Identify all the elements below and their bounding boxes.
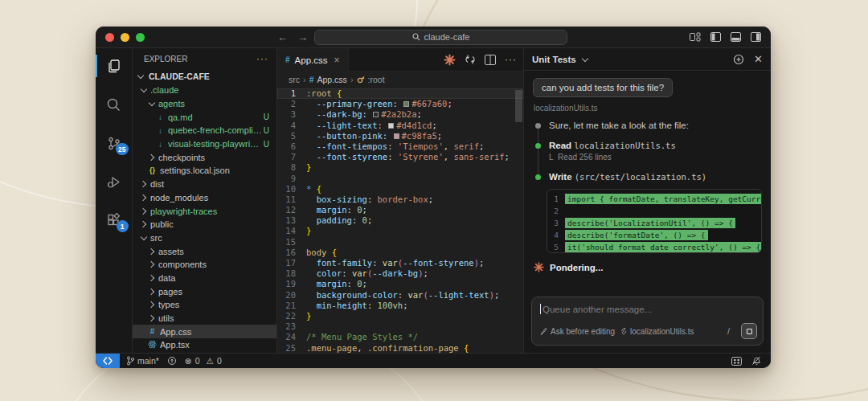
traffic-lights xyxy=(96,33,145,42)
extensions-activity-icon[interactable]: 1 xyxy=(96,207,133,233)
new-chat-icon[interactable] xyxy=(733,54,744,65)
close-panel-icon[interactable]: ✕ xyxy=(754,53,763,65)
color-swatch[interactable] xyxy=(373,112,379,117)
tree-item-app-tsx[interactable]: App.tsx xyxy=(133,338,276,352)
command-center-search[interactable]: claude-cafe xyxy=(314,30,567,45)
stop-button[interactable] xyxy=(741,323,757,339)
code-line-7[interactable]: 7 --font-styrene: 'Styrene', sans-serif; xyxy=(277,152,523,162)
tree-item-pages[interactable]: pages xyxy=(133,284,276,298)
tree-item-src[interactable]: src xyxy=(133,231,276,245)
editor-more-actions[interactable]: ··· xyxy=(505,54,517,65)
tree-item-visual-testing-playwright-[interactable]: ↓visual-testing-playwright...U xyxy=(133,137,276,151)
code-line-16[interactable]: 16body { xyxy=(277,248,523,258)
tree-item-quebec-french-complian-[interactable]: ↓quebec-french-complian...U xyxy=(133,124,276,137)
attached-file-label[interactable]: localizationUtils.ts xyxy=(534,104,762,113)
toggle-secondary-sidebar-icon[interactable] xyxy=(751,32,761,42)
code-line-10[interactable]: 10* { xyxy=(277,184,523,194)
tree-item-components[interactable]: components xyxy=(133,258,276,272)
color-swatch[interactable] xyxy=(394,133,399,139)
code-line-14[interactable]: 14} xyxy=(277,226,523,236)
tree-item-settings-local-json[interactable]: {}settings.local.json xyxy=(133,164,276,178)
open-changes-icon[interactable] xyxy=(465,54,476,65)
root-label: CLAUDE-CAFE xyxy=(149,72,210,81)
explorer-more-actions[interactable]: ··· xyxy=(256,53,268,64)
claude-starburst-icon[interactable] xyxy=(444,54,456,66)
chat-input-box[interactable]: Queue another message... Ask before edit… xyxy=(531,297,764,346)
code-line-12[interactable]: 12 margin: 0; xyxy=(277,205,523,215)
code-line-21[interactable]: 21 min-height: 100vh; xyxy=(277,301,523,311)
tree-item-utils[interactable]: utils xyxy=(133,312,276,325)
breadcrumb-symbol[interactable]: :root xyxy=(368,75,385,84)
write-code-preview[interactable]: 1import { formatDate, translateKey, getC… xyxy=(547,189,762,253)
breadcrumb[interactable]: src › # App.css › :root xyxy=(277,72,523,88)
tab-app-css[interactable]: # App.css × xyxy=(277,48,349,72)
tree-root-claude-cafe[interactable]: CLAUDE-CAFE xyxy=(133,69,276,84)
code-line-17[interactable]: 17 font-family: var(--font-styrene); xyxy=(277,258,523,268)
code-line-5[interactable]: 5 --button-pink: #c98fa5; xyxy=(277,131,523,141)
notifications-muted-icon[interactable] xyxy=(751,356,761,366)
customize-layout-icon[interactable] xyxy=(690,32,701,42)
maximize-window-button[interactable] xyxy=(136,33,145,42)
diff-line-5: 5 it('should format date correctly', () … xyxy=(547,241,761,253)
history-forward-button[interactable]: → xyxy=(297,31,308,43)
split-editor-icon[interactable] xyxy=(485,55,496,65)
toggle-primary-sidebar-icon[interactable] xyxy=(710,32,721,42)
close-window-button[interactable] xyxy=(105,33,114,42)
ports-grid-icon[interactable] xyxy=(731,357,742,366)
code-line-15[interactable]: 15 xyxy=(277,237,523,248)
problems-indicator[interactable]: ⊗ 0 ⚠ 0 xyxy=(185,356,222,366)
tree-item-types[interactable]: types xyxy=(133,298,276,312)
tree-item-agents[interactable]: agents xyxy=(133,97,276,111)
git-branch-indicator[interactable]: main* xyxy=(126,356,159,366)
breadcrumb-file[interactable]: App.css xyxy=(317,75,347,84)
code-line-24[interactable]: 24/* Menu Page Styles */ xyxy=(277,332,523,342)
explorer-activity-icon[interactable] xyxy=(96,53,133,79)
code-line-3[interactable]: 3 --dark-bg: #2a2b2a; xyxy=(277,109,523,120)
code-line-25[interactable]: 25.menu-page, .confirmation-page { xyxy=(277,343,523,354)
tree-item-node-modules[interactable]: node_modules xyxy=(133,191,276,205)
chevron-down-icon[interactable] xyxy=(581,55,589,63)
run-debug-activity-icon[interactable] xyxy=(96,169,133,194)
code-line-8[interactable]: 8} xyxy=(277,162,523,173)
slash-commands-button[interactable]: / xyxy=(727,326,736,336)
tree-item-app-css[interactable]: #App.css xyxy=(133,325,276,338)
toggle-panel-icon[interactable] xyxy=(731,32,741,42)
code-line-13[interactable]: 13 padding: 0; xyxy=(277,215,523,226)
tree-item-assets[interactable]: assets xyxy=(133,244,276,258)
breadcrumb-src[interactable]: src xyxy=(289,75,300,84)
code-line-22[interactable]: 22} xyxy=(277,311,523,321)
minimize-window-button[interactable] xyxy=(121,33,129,42)
code-line-23[interactable]: 23 xyxy=(277,321,523,332)
tab-close-icon[interactable]: × xyxy=(334,55,339,66)
code-line-6[interactable]: 6 --font-tiempos: 'Tiempos', serif; xyxy=(277,141,523,152)
remote-indicator[interactable] xyxy=(96,354,120,368)
color-swatch[interactable] xyxy=(403,101,409,107)
code-line-1[interactable]: 1:root { xyxy=(277,88,523,99)
tree-item-checkpoints[interactable]: checkpoints xyxy=(133,150,276,164)
code-line-4[interactable]: 4 --light-text: #d4d1cd; xyxy=(277,121,523,131)
tool-step-read[interactable]: Read localizationUtils.tsL Read 256 line… xyxy=(535,141,762,162)
code-line-18[interactable]: 18 color: var(--dark-bg); xyxy=(277,268,523,279)
color-swatch[interactable] xyxy=(388,123,394,129)
history-back-button[interactable]: ← xyxy=(277,31,288,43)
source-control-activity-icon[interactable]: 25 xyxy=(96,130,133,156)
tree-item-playwright-traces[interactable]: playwright-traces xyxy=(133,204,276,218)
tree-item--claude[interactable]: .claude xyxy=(133,84,276,97)
code-line-9[interactable]: 9 xyxy=(277,174,523,184)
code-line-11[interactable]: 11 box-sizing: border-box; xyxy=(277,194,523,205)
tool-step-write[interactable]: Write (src/test/localization.ts) xyxy=(535,172,762,182)
edit-mode-selector[interactable]: Ask before editing xyxy=(540,327,615,336)
sync-changes-button[interactable] xyxy=(167,356,177,366)
tree-item-data[interactable]: data xyxy=(133,272,276,285)
tree-item-public[interactable]: public xyxy=(133,218,276,231)
code-area[interactable]: 1:root {2 --primary-green: #667a60;3 --d… xyxy=(277,88,523,353)
context-file-chip[interactable]: localizationUtils.ts xyxy=(620,327,694,336)
search-activity-icon[interactable] xyxy=(96,92,133,117)
tab-label: App.css xyxy=(295,55,328,65)
code-line-20[interactable]: 20 background-color: var(--light-text); xyxy=(277,290,523,301)
editor-scrollbar[interactable] xyxy=(515,90,522,122)
tree-item-qa-md[interactable]: ↓qa.mdU xyxy=(133,110,276,124)
tree-item-dist[interactable]: dist xyxy=(133,178,276,191)
code-line-19[interactable]: 19 margin: 0; xyxy=(277,279,523,289)
code-line-2[interactable]: 2 --primary-green: #667a60; xyxy=(277,99,523,109)
